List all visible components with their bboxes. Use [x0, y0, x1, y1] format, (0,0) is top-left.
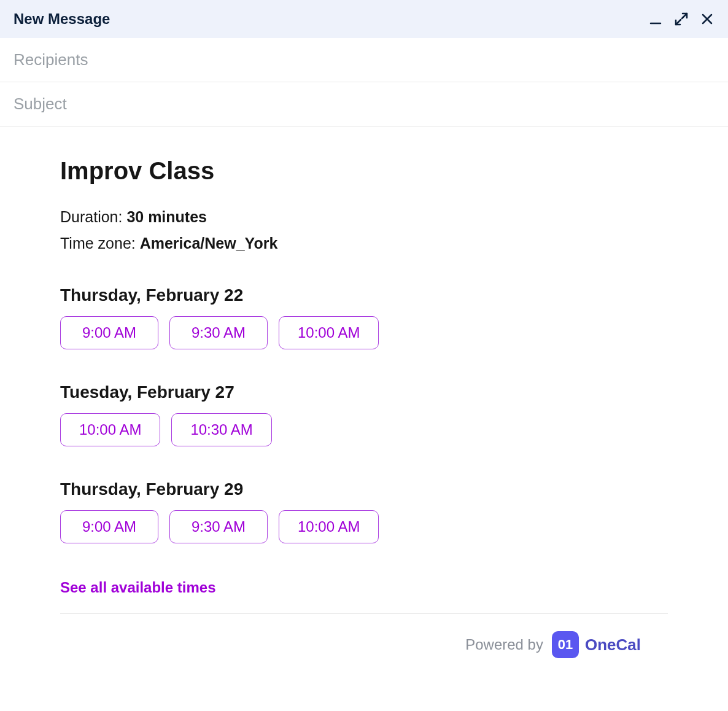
window-title: New Message — [14, 10, 110, 28]
powered-by-label: Powered by — [465, 636, 543, 653]
window-header: New Message — [0, 0, 728, 38]
recipients-input[interactable] — [14, 50, 714, 69]
subject-row — [0, 82, 728, 126]
event-duration: Duration: 30 minutes — [60, 208, 668, 226]
date-group: Tuesday, February 2710:00 AM10:30 AM — [60, 383, 668, 446]
slot-row: 9:00 AM9:30 AM10:00 AM — [60, 510, 668, 543]
time-slot-button[interactable]: 10:00 AM — [279, 316, 379, 349]
time-slot-button[interactable]: 10:00 AM — [279, 510, 379, 543]
timezone-label: Time zone: — [60, 235, 140, 252]
see-all-times-link[interactable]: See all available times — [60, 579, 216, 596]
slot-row: 10:00 AM10:30 AM — [60, 413, 668, 446]
date-group: Thursday, February 229:00 AM9:30 AM10:00… — [60, 286, 668, 349]
event-timezone: Time zone: America/New_York — [60, 235, 668, 252]
window-controls — [648, 12, 714, 26]
time-slot-button[interactable]: 10:30 AM — [171, 413, 271, 446]
expand-icon[interactable] — [674, 12, 689, 26]
close-icon[interactable] — [700, 12, 714, 26]
date-group: Thursday, February 299:00 AM9:30 AM10:00… — [60, 480, 668, 543]
date-heading: Tuesday, February 27 — [60, 383, 668, 402]
footer: Powered by 01 OneCal — [60, 613, 668, 658]
timezone-value: America/New_York — [140, 235, 278, 252]
time-slot-button[interactable]: 9:00 AM — [60, 316, 158, 349]
brand[interactable]: 01 OneCal — [552, 631, 641, 658]
time-slot-button[interactable]: 9:00 AM — [60, 510, 158, 543]
message-body: Improv Class Duration: 30 minutes Time z… — [0, 126, 728, 677]
time-slot-button[interactable]: 9:30 AM — [169, 316, 268, 349]
time-slot-button[interactable]: 10:00 AM — [60, 413, 160, 446]
brand-badge-icon: 01 — [552, 631, 579, 658]
brand-name: OneCal — [585, 635, 641, 655]
duration-value: 30 minutes — [126, 208, 207, 225]
minimize-icon[interactable] — [648, 12, 663, 26]
recipients-row — [0, 38, 728, 82]
date-heading: Thursday, February 22 — [60, 286, 668, 305]
duration-label: Duration: — [60, 208, 126, 225]
slot-row: 9:00 AM9:30 AM10:00 AM — [60, 316, 668, 349]
date-heading: Thursday, February 29 — [60, 480, 668, 499]
subject-input[interactable] — [14, 95, 714, 114]
event-title: Improv Class — [60, 157, 668, 185]
time-slot-button[interactable]: 9:30 AM — [169, 510, 268, 543]
